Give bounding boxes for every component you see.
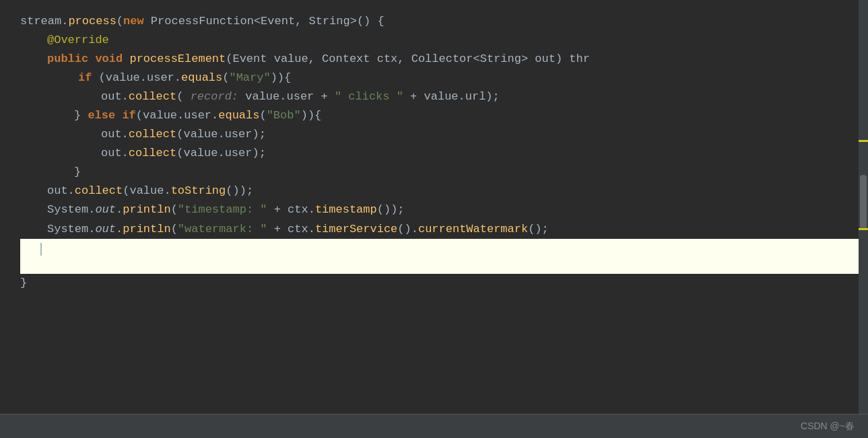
code-text: out. — [101, 125, 129, 144]
code-text: (Event value, Context ctx, Collector<Str… — [226, 50, 590, 69]
code-text: equals — [181, 69, 222, 87]
code-text: } — [74, 106, 88, 125]
code-text: ( — [171, 200, 178, 219]
code-text: (value.user); — [176, 125, 266, 144]
code-text: process — [68, 12, 116, 31]
code-hint: record: — [191, 87, 238, 106]
code-line-4: if (value.user.equals("Mary")){ — [20, 69, 868, 87]
code-keyword: else — [88, 106, 115, 125]
code-text: (value. — [123, 182, 170, 200]
code-string: "timestamp: " — [178, 200, 267, 219]
code-text: ( — [222, 69, 229, 87]
code-text: )){ — [301, 106, 322, 125]
code-text — [88, 50, 95, 69]
code-area: stream.process(new ProcessFunction<Event… — [0, 0, 868, 305]
text-cursor — [40, 243, 42, 256]
code-keyword: if — [122, 106, 135, 125]
code-text: ( — [171, 220, 178, 239]
code-text: ()); — [226, 182, 253, 200]
code-text — [123, 50, 129, 69]
empty-line — [20, 239, 868, 274]
scrollbar-marker-1 — [859, 140, 868, 142]
code-text: ( — [116, 12, 123, 31]
code-text: (value.user); — [176, 144, 266, 163]
code-text: . — [116, 200, 123, 219]
code-line-1: stream.process(new ProcessFunction<Event… — [20, 12, 868, 31]
code-text: currentWatermark — [418, 220, 528, 239]
code-line-closing: } — [20, 274, 868, 293]
code-line-3: public void processElement(Event value, … — [20, 50, 868, 69]
code-text: out. — [47, 182, 75, 200]
bottom-bar: CSDN @~春 — [0, 414, 868, 438]
code-text: out — [95, 220, 116, 239]
code-text: + value.url); — [403, 87, 500, 106]
code-text: out — [95, 200, 116, 219]
scrollbar[interactable] — [859, 0, 868, 438]
code-text: System. — [47, 200, 95, 219]
code-text: collect — [129, 125, 176, 144]
code-text: ProcessFunction<Event, String>() { — [144, 12, 385, 31]
code-line-7: out.collect(value.user); — [20, 125, 868, 144]
code-annotation: @Override — [47, 31, 109, 50]
code-text: processElement — [129, 50, 226, 69]
code-line-12: System.out.println("watermark: " + ctx.t… — [20, 220, 868, 239]
code-text: println — [123, 220, 170, 239]
code-text: + ctx. — [267, 200, 314, 219]
code-line-9: } — [20, 163, 868, 182]
scrollbar-thumb[interactable] — [860, 175, 867, 229]
code-text: (); — [528, 220, 549, 239]
code-string: "watermark: " — [178, 220, 267, 239]
code-text: toString — [171, 182, 226, 200]
code-text: out. — [101, 144, 129, 163]
code-text: System. — [47, 220, 95, 239]
code-line-10: out.collect(value.toString()); — [20, 182, 868, 200]
code-line-8: out.collect(value.user); — [20, 144, 868, 163]
code-text: (value.user. — [92, 69, 181, 87]
code-text: out. — [101, 87, 129, 106]
code-text: ( — [176, 87, 190, 106]
code-keyword: void — [95, 50, 123, 69]
watermark-text: CSDN @~春 — [801, 421, 855, 433]
code-text — [115, 106, 122, 125]
code-text: collect — [75, 182, 123, 200]
code-keyword: public — [47, 50, 88, 69]
code-text: ( — [259, 106, 266, 125]
code-text: value.user + — [238, 87, 335, 106]
code-string: " clicks " — [335, 87, 403, 106]
code-text: (value.user. — [136, 106, 218, 125]
code-line-6: } else if(value.user.equals("Bob")){ — [20, 106, 868, 125]
code-string: "Bob" — [267, 106, 301, 125]
code-text: timerService — [315, 220, 397, 239]
code-text: println — [123, 200, 170, 219]
scrollbar-marker-2 — [859, 228, 868, 230]
code-line-2: @Override — [20, 31, 868, 50]
code-text: equals — [218, 106, 259, 125]
code-text: (). — [397, 220, 418, 239]
code-text: ()); — [377, 200, 405, 219]
code-text: timestamp — [315, 200, 377, 219]
code-keyword: if — [78, 69, 92, 87]
code-text: stream. — [20, 12, 68, 31]
code-text: new — [123, 12, 144, 31]
code-text: . — [116, 220, 123, 239]
code-text: collect — [129, 87, 176, 106]
code-closing-brace: } — [20, 274, 27, 293]
code-line-11: System.out.println("timestamp: " + ctx.t… — [20, 200, 868, 219]
code-text: } — [74, 163, 81, 182]
code-line-5: out.collect( record: value.user + " clic… — [20, 87, 868, 106]
code-text: collect — [129, 144, 176, 163]
code-text: + ctx. — [267, 220, 314, 239]
code-container: stream.process(new ProcessFunction<Event… — [0, 0, 868, 438]
code-string: "Mary" — [229, 69, 270, 87]
code-text: )){ — [271, 69, 292, 87]
